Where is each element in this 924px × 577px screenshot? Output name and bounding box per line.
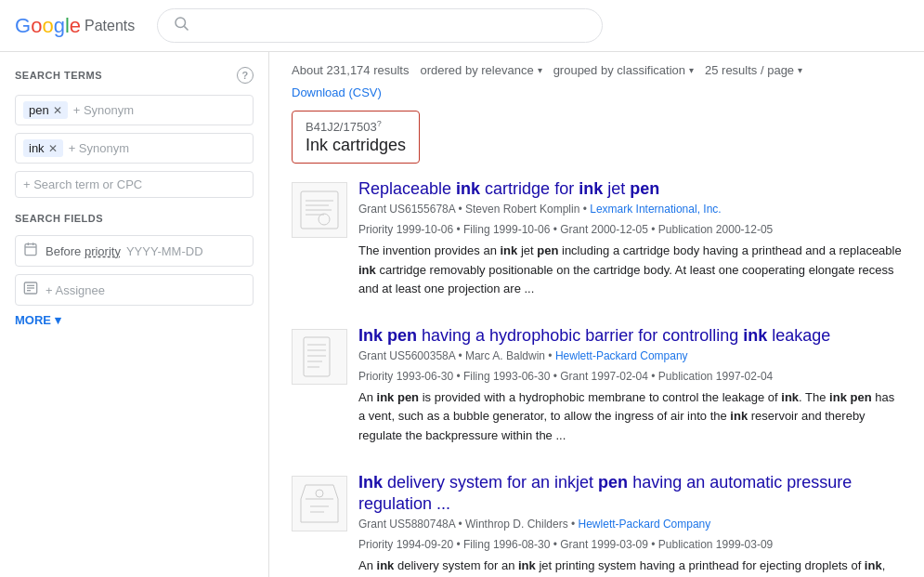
results-count: About 231,174 results [292,63,409,77]
classification-code: B41J2/17503? [306,119,406,134]
assignee-icon [23,281,38,299]
classification-name: Ink cartridges [306,136,406,155]
assignee-placeholder: + Assignee [46,283,105,297]
result-1-thumbnail [292,182,347,238]
add-term-row[interactable]: + Search term or CPC [15,171,254,198]
search-icon [173,15,189,36]
svg-rect-2 [25,244,36,256]
synonym-placeholder-pen[interactable]: + Synonym [73,103,134,117]
group-dropdown-arrow: ▾ [689,65,694,75]
more-button[interactable]: MORE ▾ [15,313,254,327]
result-3-title-row: Ink delivery system for an inkjet pen ha… [292,472,902,577]
add-term-placeholder: + Search term or CPC [23,177,142,191]
svg-point-0 [176,18,186,28]
search-terms-title: SEARCH TERMS ? [15,67,254,84]
result-1-body: Replaceable ink cartridge for ink jet pe… [358,178,902,299]
sidebar: SEARCH TERMS ? pen ✕ + Synonym ink ✕ + S… [0,52,269,577]
date-label: Before priority [46,244,121,258]
search-fields-title: SEARCH FIELDS [15,213,254,224]
result-3-meta: Grant US5880748A • Winthrop D. Childers … [358,516,902,532]
svg-line-1 [185,26,189,30]
result-2-company[interactable]: Hewlett-Packard Company [555,349,688,362]
svg-point-15 [319,214,330,225]
logo-google: Google [15,14,81,38]
result-2-thumbnail [292,329,347,385]
result-1-dates: Priority 1999-10-06 • Filing 1999-10-06 … [358,221,902,238]
search-box [157,8,603,43]
header: Google Patents [0,0,924,52]
logo[interactable]: Google Patents [15,14,135,38]
result-1-company[interactable]: Lexmark International, Inc. [590,203,721,216]
term-chip-pen: pen ✕ [23,101,68,119]
result-3-thumbnail [292,476,347,531]
download-csv-link[interactable]: Download (CSV) [292,85,382,99]
order-dropdown[interactable]: ordered by relevance ▾ [420,63,541,77]
synonym-placeholder-ink[interactable]: + Synonym [69,141,129,155]
logo-patents-text: Patents [85,18,135,34]
result-2-title-row: Ink pen having a hydrophobic barrier for… [292,325,902,446]
results-bar: About 231,174 results ordered by relevan… [292,63,902,77]
svg-point-26 [316,490,323,497]
svg-marker-22 [301,485,338,522]
result-item-3: Ink delivery system for an inkjet pen ha… [292,472,902,577]
result-2-meta: Grant US5600358A • Marc A. Baldwin • Hew… [358,348,902,364]
result-3-dates: Priority 1994-09-20 • Filing 1996-08-30 … [358,536,902,553]
order-dropdown-arrow: ▾ [538,65,542,75]
term-chip-ink: ink ✕ [23,139,63,157]
result-1-meta: Grant US6155678A • Steven Robert Komplin… [358,201,902,217]
main-search-input[interactable] [197,18,587,34]
page-size-dropdown-arrow: ▾ [798,65,802,75]
assignee-field-row[interactable]: + Assignee [15,274,254,306]
calendar-icon [23,242,38,260]
chevron-down-icon: ▾ [55,313,61,327]
remove-term-pen[interactable]: ✕ [53,104,62,117]
result-2-body: Ink pen having a hydrophobic barrier for… [358,325,902,446]
search-term-row-pen: pen ✕ + Synonym [15,95,254,125]
result-3-title[interactable]: Ink delivery system for an inkjet pen ha… [358,473,852,513]
svg-rect-16 [304,337,330,376]
content: About 231,174 results ordered by relevan… [269,52,924,577]
group-dropdown[interactable]: grouped by classification ▾ [553,63,694,77]
result-1-title-row: Replaceable ink cartridge for ink jet pe… [292,178,902,299]
result-3-description: An ink delivery system for an ink jet pr… [358,557,902,577]
page-size-dropdown[interactable]: 25 results / page ▾ [705,63,802,77]
result-2-dates: Priority 1993-06-30 • Filing 1993-06-30 … [358,368,902,385]
result-1-description: The invention provides an ink jet pen in… [358,242,902,299]
result-item-1: Replaceable ink cartridge for ink jet pe… [292,178,902,299]
remove-term-ink[interactable]: ✕ [48,142,58,155]
main-container: SEARCH TERMS ? pen ✕ + Synonym ink ✕ + S… [0,52,924,577]
result-1-title[interactable]: Replaceable ink cartridge for ink jet pe… [358,179,659,198]
result-3-company[interactable]: Hewlett-Packard Company [579,518,711,531]
search-term-row-ink: ink ✕ + Synonym [15,133,254,164]
help-icon[interactable]: ? [237,67,254,84]
date-input[interactable]: YYYY-MM-DD [126,244,203,258]
result-3-body: Ink delivery system for an inkjet pen ha… [358,472,902,577]
result-2-description: An ink pen is provided with a hydrophobi… [358,388,902,446]
classification-box: B41J2/17503? Ink cartridges [292,111,420,164]
result-2-title[interactable]: Ink pen having a hydrophobic barrier for… [358,326,830,345]
result-item-2: Ink pen having a hydrophobic barrier for… [292,325,902,446]
date-field-row[interactable]: Before priority YYYY-MM-DD [15,235,254,267]
